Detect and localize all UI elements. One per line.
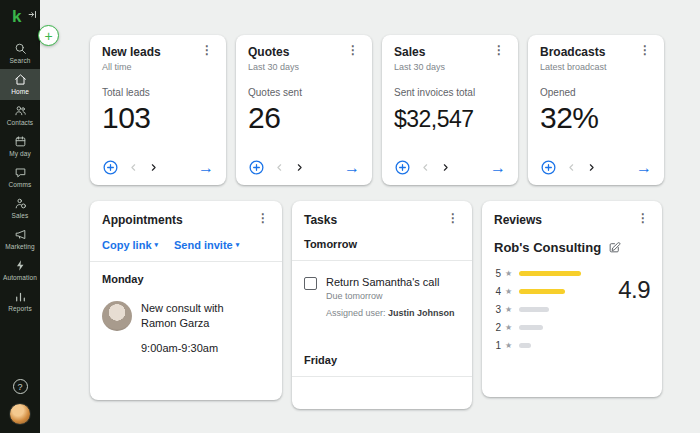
card-subtitle: All time [102, 62, 214, 72]
chevron-right-icon[interactable] [148, 162, 159, 173]
divider [90, 261, 282, 262]
add-icon[interactable] [102, 159, 119, 176]
appointments-day-header: Monday [102, 273, 270, 285]
appointments-card: Appointments ⋮ Copy link ▾ Send invite ▾… [90, 201, 282, 400]
divider [292, 260, 472, 261]
task-title[interactable]: Return Samantha's call [326, 276, 455, 288]
chevron-right-icon[interactable] [440, 162, 451, 173]
star-icon: ★ [505, 269, 512, 278]
card-subtitle: Last 30 days [394, 62, 506, 72]
sidebar-item-sales[interactable]: Sales [0, 193, 40, 224]
edit-icon[interactable] [608, 241, 621, 254]
kebab-menu-icon[interactable]: ⋮ [636, 213, 650, 224]
task-checkbox[interactable] [304, 277, 317, 290]
chat-bubble-icon [14, 166, 27, 179]
help-icon[interactable]: ? [13, 379, 28, 394]
kebab-menu-icon[interactable]: ⋮ [492, 45, 506, 56]
chevron-left-icon[interactable] [274, 162, 285, 173]
tasks-day-header: Friday [304, 354, 460, 366]
sidebar-item-label: Search [9, 57, 30, 64]
home-icon [14, 73, 27, 86]
quick-add-button[interactable]: + [38, 25, 59, 46]
metric-label: Quotes sent [248, 87, 360, 98]
send-invite-button[interactable]: Send invite ▾ [174, 239, 239, 251]
stat-card-row: New leads ⋮ All time Total leads 103 → [90, 35, 700, 185]
kebab-menu-icon[interactable]: ⋮ [200, 45, 214, 56]
star-count: 5 [494, 268, 501, 279]
go-to-report-arrow-icon[interactable]: → [344, 160, 360, 176]
kebab-menu-icon[interactable]: ⋮ [638, 45, 652, 56]
metric-label: Opened [540, 87, 652, 98]
chevron-down-icon: ▾ [236, 241, 240, 249]
stat-card-sales: Sales ⋮ Last 30 days Sent invoices total… [382, 35, 518, 185]
add-icon[interactable] [540, 159, 557, 176]
stat-card-broadcasts: Broadcasts ⋮ Latest broadcast Opened 32%… [528, 35, 664, 185]
metric-value: 26 [248, 101, 360, 135]
card-title: Appointments [102, 213, 183, 227]
assigned-label: Assigned user: [326, 308, 386, 318]
sidebar-logo-row: k [0, 0, 40, 30]
go-to-report-arrow-icon[interactable]: → [198, 160, 214, 176]
go-to-report-arrow-icon[interactable]: → [490, 160, 506, 176]
kebab-menu-icon[interactable]: ⋮ [256, 213, 270, 224]
sidebar-collapse-icon[interactable] [28, 5, 37, 23]
chevron-right-icon[interactable] [294, 162, 305, 173]
widget-row: Appointments ⋮ Copy link ▾ Send invite ▾… [90, 201, 700, 409]
appointment-title: New consult with Ramon Garza [141, 301, 253, 331]
star-icon: ★ [505, 323, 512, 332]
chevron-left-icon[interactable] [420, 162, 431, 173]
sidebar-item-label: Automation [3, 274, 37, 281]
rating-row: 4 ★ [494, 286, 581, 297]
sidebar-item-marketing[interactable]: Marketing [0, 224, 40, 255]
rating-row: 5 ★ [494, 268, 581, 279]
sidebar-item-home[interactable]: Home [0, 69, 40, 100]
chevron-left-icon[interactable] [566, 162, 577, 173]
chevron-right-icon[interactable] [586, 162, 597, 173]
sidebar-item-search[interactable]: Search [0, 38, 40, 69]
stat-card-new-leads: New leads ⋮ All time Total leads 103 → [90, 35, 226, 185]
add-icon[interactable] [248, 159, 265, 176]
sidebar-item-label: Sales [12, 212, 29, 219]
sidebar-item-label: Home [11, 88, 29, 95]
copy-link-label: Copy link [102, 239, 152, 251]
user-avatar[interactable] [9, 403, 31, 425]
card-subtitle: Latest broadcast [540, 62, 652, 72]
lightning-bolt-icon [14, 259, 27, 272]
sidebar-item-label: Comms [9, 181, 32, 188]
go-to-report-arrow-icon[interactable]: → [636, 160, 652, 176]
star-count: 2 [494, 322, 501, 333]
rating-distribution: 5 ★ 4 ★ 3 ★ 2 [494, 268, 581, 351]
sidebar-item-my-day[interactable]: My day [0, 131, 40, 162]
stat-card-quotes: Quotes ⋮ Last 30 days Quotes sent 26 → [236, 35, 372, 185]
add-icon[interactable] [394, 159, 411, 176]
rating-bar [519, 289, 565, 294]
contacts-icon [14, 104, 27, 117]
chevron-left-icon[interactable] [128, 162, 139, 173]
metric-value: 32% [540, 101, 652, 135]
rating-bar [519, 271, 581, 276]
kebab-menu-icon[interactable]: ⋮ [346, 45, 360, 56]
send-invite-label: Send invite [174, 239, 233, 251]
tasks-day-header: Tomorrow [304, 238, 460, 250]
business-name: Rob's Consulting [494, 240, 601, 255]
tasks-card: Tasks ⋮ Tomorrow Return Samantha's call … [292, 201, 472, 409]
copy-link-button[interactable]: Copy link ▾ [102, 239, 158, 251]
kebab-menu-icon[interactable]: ⋮ [446, 213, 460, 224]
rating-row: 1 ★ [494, 340, 581, 351]
sidebar-nav: Search Home Contacts My day Comms [0, 38, 40, 317]
sidebar-item-automation[interactable]: Automation [0, 255, 40, 286]
task-due-date: Due tomorrow [326, 291, 455, 301]
card-title: Quotes [248, 45, 289, 59]
metric-label: Sent invoices total [394, 87, 506, 98]
dashboard: New leads ⋮ All time Total leads 103 → [40, 0, 700, 433]
appointment-item[interactable]: New consult with Ramon Garza 9:00am-9:30… [102, 301, 270, 356]
appointment-time: 9:00am-9:30am [141, 341, 253, 356]
metric-value: 103 [102, 101, 214, 135]
card-title: Broadcasts [540, 45, 605, 59]
sidebar-item-contacts[interactable]: Contacts [0, 100, 40, 131]
sidebar-item-reports[interactable]: Reports [0, 286, 40, 317]
sidebar-item-comms[interactable]: Comms [0, 162, 40, 193]
keap-logo: k [12, 8, 21, 25]
bar-chart-icon [14, 290, 27, 303]
task-assigned-user: Assigned user: Justin Johnson [326, 308, 455, 318]
